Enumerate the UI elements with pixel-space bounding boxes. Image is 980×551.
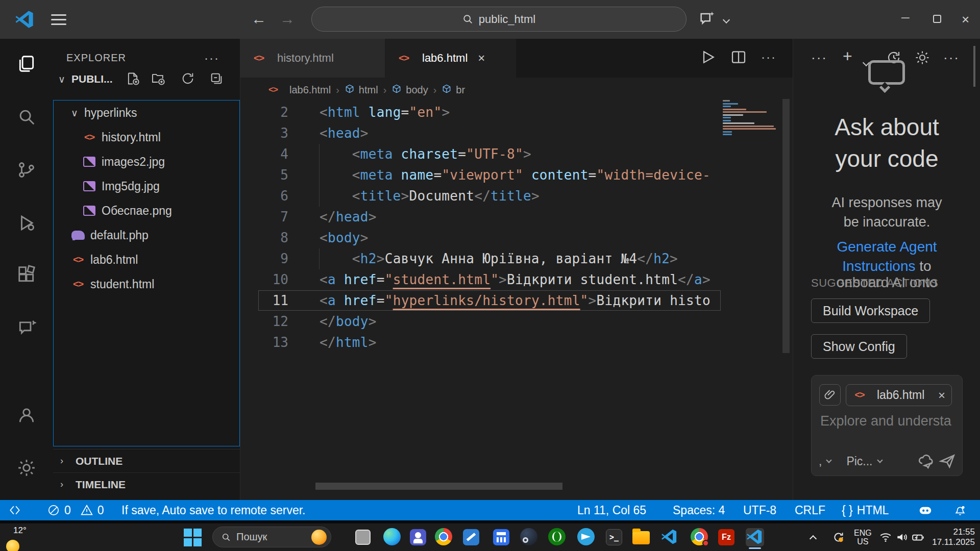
attach-context-button[interactable] [819,384,841,406]
taskbar-app-filezilla[interactable]: Fz [717,528,736,546]
folder-section-header[interactable]: ∨ PUBLI... [53,68,240,91]
tray-show-hidden-icons[interactable] [811,523,816,551]
chat-input-placeholder[interactable]: Explore and understa [820,413,961,429]
breadcrumb-item-html[interactable]: html [345,84,378,96]
taskbar-app-window-app[interactable] [354,528,372,546]
menu-icon[interactable] [51,11,66,28]
remove-chip-icon[interactable]: × [938,388,945,403]
refresh-icon[interactable] [181,71,195,88]
mode-picker[interactable]: , [819,455,822,468]
panel-scrollbar[interactable] [973,46,975,87]
code-line-2[interactable]: 2<html lang="en"> [240,102,721,123]
extensions-icon[interactable] [17,265,36,284]
taskbar-app-calculator[interactable] [492,528,510,546]
code-line-7[interactable]: 7</head> [240,207,721,228]
tree-item-Обеспае.png[interactable]: Обеспае.png [54,198,239,223]
taskbar-app-xbox[interactable] [548,528,567,546]
search-view-icon[interactable] [17,107,36,127]
build-workspace-button[interactable]: Build Workspace [811,298,930,323]
tree-item-history.html[interactable]: <>history.html [54,125,239,149]
tray-sync-icon[interactable] [832,523,845,551]
chat-input-box[interactable]: <> lab6.html × Explore and understa , Pi… [811,375,963,476]
tree-item-hyperlinks[interactable]: ∨hyperlinks [54,101,239,125]
breadcrumb-item-body[interactable]: body [391,84,428,96]
send-icon[interactable] [939,453,956,470]
maximize-button[interactable] [933,15,941,23]
taskbar-app-telegram[interactable] [577,528,596,546]
vertical-scrollbar[interactable] [782,99,790,353]
source-control-icon[interactable] [17,160,36,180]
breadcrumb-item-br[interactable]: br [442,84,465,96]
taskbar-app-chrome[interactable] [435,528,453,546]
chevron-down-icon[interactable] [723,16,730,23]
taskbar-app-file-explorer[interactable] [632,528,651,546]
tray-language-indicator[interactable]: ENGUS [854,523,872,551]
taskbar-app-vscode[interactable] [660,528,679,546]
run-debug-icon[interactable] [17,213,36,233]
start-button[interactable] [184,529,202,546]
taskbar-app-vscode-active[interactable] [746,528,764,546]
indentation-setting[interactable]: Spaces: 4 [673,500,725,520]
weather-icon[interactable] [6,540,19,551]
command-center-search[interactable]: public_html [311,7,687,32]
tree-item-student.html[interactable]: <>student.html [54,272,239,296]
speaker-icon[interactable] [895,523,909,551]
panel-more-icon[interactable]: ··· [811,50,827,66]
chat-view-icon[interactable] [17,318,36,338]
show-config-button[interactable]: Show Config [811,334,907,359]
code-line-4[interactable]: 4 <meta charset="UTF-8"> [240,144,721,165]
timeline-section[interactable]: › TIMELINE [53,472,240,496]
code-line-5[interactable]: 5 <meta name="viewport" content="width=d… [240,165,721,186]
taskbar-search[interactable]: Пошук [212,527,331,547]
horizontal-scrollbar[interactable] [315,483,562,490]
problems-indicator[interactable]: 0 0 [47,500,104,520]
tree-item-Img5dg.jpg[interactable]: Img5dg.jpg [54,174,239,198]
copilot-status-icon[interactable] [918,500,933,520]
taskbar-app-teams[interactable] [409,528,427,546]
new-file-icon[interactable] [126,71,140,88]
code-line-12[interactable]: 12</body> [240,311,721,332]
battery-icon[interactable] [912,523,925,551]
more-actions-icon[interactable]: ··· [761,50,776,64]
tree-item-images2.jpg[interactable]: images2.jpg [54,149,239,174]
close-tab-icon[interactable]: × [478,51,485,65]
settings-gear-icon[interactable] [17,458,36,478]
tray-clock[interactable]: 21:5517.11.2025 [930,523,975,551]
taskbar-app-z-app[interactable] [462,528,480,546]
split-editor-icon[interactable] [730,49,747,65]
wifi-icon[interactable] [879,523,892,551]
close-window-button[interactable]: × [962,12,969,28]
encoding-setting[interactable]: UTF-8 [743,500,776,520]
breadcrumb-item-lab6.html[interactable]: <>lab6.html [266,84,331,96]
outline-section[interactable]: › OUTLINE [53,449,240,472]
run-file-icon[interactable] [700,49,716,65]
code-line-10[interactable]: 10<a href="student.html">Відкрити studen… [240,269,721,290]
generate-instructions-link2[interactable]: Instructions [842,258,915,274]
context-chip-lab6[interactable]: <> lab6.html × [846,384,952,406]
code-line-3[interactable]: 3<head> [240,123,721,144]
weather-temp[interactable]: 12° [13,525,27,536]
code-line-9[interactable]: 9 <h2>Савчук Анна Юріївна, варіант №4</h… [240,248,721,269]
tree-item-default.php[interactable]: default.php [54,223,239,247]
copilot-chat-icon[interactable] [698,10,716,28]
generate-instructions-link[interactable]: Generate Agent [837,239,937,255]
language-mode[interactable]: { } HTML [842,500,889,520]
taskbar-app-steam[interactable] [520,528,538,546]
remote-indicator[interactable] [8,500,21,520]
collapse-folders-icon[interactable] [209,71,224,88]
code-line-13[interactable]: 13</html> [240,332,721,353]
taskbar-app-chrome-badge[interactable] [691,528,709,546]
tree-item-lab6.html[interactable]: <>lab6.html [54,247,239,272]
cursor-position[interactable]: Ln 11, Col 65 [577,500,646,520]
back-button[interactable]: ← [251,11,266,27]
explorer-more-actions-icon[interactable]: ··· [204,51,219,65]
taskbar-app-terminal[interactable]: >_ [605,528,623,546]
eol-setting[interactable]: CRLF [795,500,825,520]
minimize-button[interactable]: ─ [901,11,910,24]
minimap[interactable] [723,100,780,136]
forward-button[interactable]: → [280,11,295,27]
code-line-8[interactable]: 8<body> [240,228,721,248]
new-folder-icon[interactable] [151,71,165,88]
tab-history-html[interactable]: <> history.html [240,39,385,78]
panel-settings-gear-icon[interactable] [915,50,930,69]
